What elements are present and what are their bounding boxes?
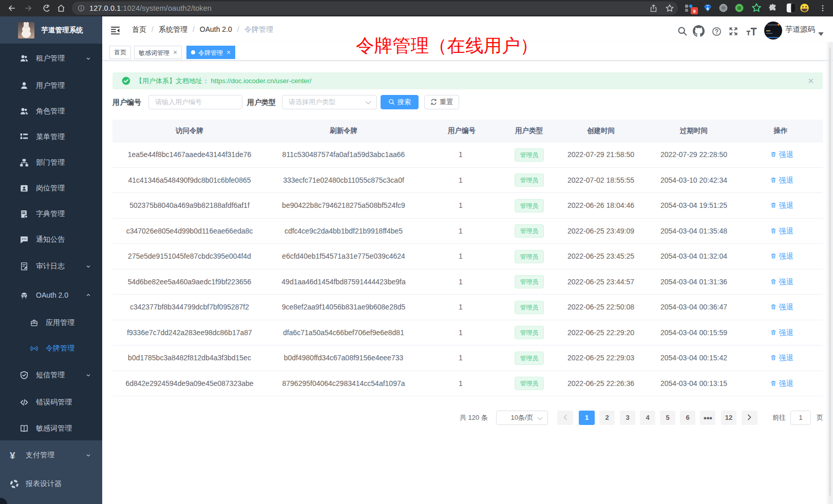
- svg-text:9: 9: [693, 9, 695, 14]
- svg-text:A: A: [33, 347, 35, 350]
